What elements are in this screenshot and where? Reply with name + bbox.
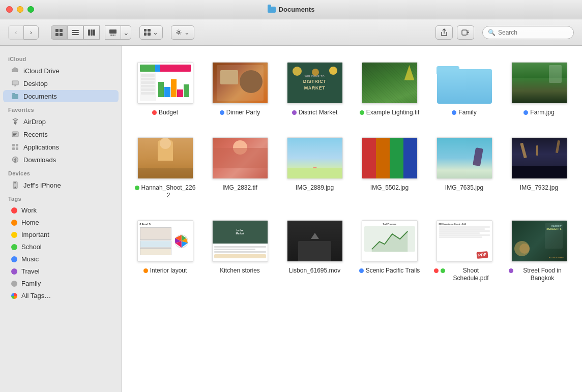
- file-item-street-food[interactable]: RAINBOW HIGHLIGHTS Author name Street Fo…: [504, 214, 574, 287]
- desktop-icon: [11, 79, 19, 87]
- sidebar-item-downloads[interactable]: Downloads: [3, 154, 119, 166]
- music-tag-dot: [11, 256, 17, 262]
- svg-rect-20: [12, 81, 18, 85]
- file-item-dinner-party[interactable]: Dinner Party: [205, 56, 275, 121]
- tag-button[interactable]: [457, 25, 474, 40]
- forward-button[interactable]: ›: [23, 25, 39, 40]
- file-item-img2832[interactable]: IMG_2832.tif: [205, 131, 275, 204]
- main-layout: iCloud iCloud Drive Desktop: [0, 46, 582, 392]
- search-icon: 🔍: [488, 29, 496, 36]
- sidebar-item-music[interactable]: Music: [3, 253, 119, 265]
- family-tag-dot: [11, 281, 17, 287]
- svg-rect-9: [93, 29, 95, 36]
- svg-rect-7: [88, 29, 90, 36]
- family-folder-tag: [452, 110, 456, 115]
- sidebar-item-airdrop[interactable]: AirDrop: [3, 115, 119, 128]
- file-item-img7932[interactable]: IMG_7932.jpg: [504, 131, 574, 204]
- sidebar-label-all-tags: All Tags…: [21, 292, 51, 299]
- sidebar-label-recents: Recents: [23, 131, 48, 138]
- sidebar-label-applications: Applications: [23, 143, 59, 151]
- settings-button[interactable]: ⌄: [171, 25, 194, 40]
- sidebar-item-icloud-drive[interactable]: iCloud Drive: [3, 65, 119, 77]
- search-box[interactable]: 🔍: [482, 26, 574, 39]
- example-tag: [360, 110, 364, 115]
- sidebar-item-all-tags[interactable]: All Tags…: [3, 290, 119, 301]
- sidebar-item-work[interactable]: Work: [3, 204, 119, 216]
- sidebar-item-school[interactable]: School: [3, 241, 119, 253]
- sidebar: iCloud iCloud Drive Desktop: [0, 46, 122, 392]
- sidebar-label-documents: Documents: [23, 93, 57, 100]
- sidebar-label-music: Music: [21, 255, 39, 263]
- view-controls: [51, 25, 100, 40]
- documents-icon: [11, 92, 19, 100]
- file-name-img2889: IMG_2889.jpg: [296, 184, 334, 192]
- svg-rect-3: [60, 33, 63, 36]
- sidebar-item-important[interactable]: Important: [3, 229, 119, 240]
- gallery-view-button[interactable]: [105, 25, 121, 40]
- file-name-hannah: Hannah_Shoot_2262: [135, 184, 196, 200]
- file-item-shoot-schedule[interactable]: MX Experiment Oracle - 14.1 PDF: [429, 214, 499, 287]
- file-name-img5502: IMG_5502.jpg: [370, 184, 409, 192]
- file-item-kitchen[interactable]: In theMarket Kitchen stories: [205, 214, 275, 287]
- iphone-icon: [11, 181, 19, 189]
- file-item-example-lighting[interactable]: Example Lighting.tif: [355, 56, 424, 121]
- work-tag-dot: [11, 207, 17, 214]
- sidebar-item-home[interactable]: Home: [3, 217, 119, 228]
- sidebar-item-iphone[interactable]: Jeff's iPhone: [3, 179, 119, 191]
- sidebar-item-recents[interactable]: Recents: [3, 128, 119, 140]
- airdrop-icon: [11, 117, 19, 126]
- search-input[interactable]: [498, 29, 568, 36]
- file-item-hannah[interactable]: Hannah_Shoot_2262: [130, 131, 200, 204]
- file-name-budget: Budget: [152, 109, 178, 117]
- maximize-button[interactable]: [27, 6, 34, 13]
- file-item-lisbon[interactable]: Lisbon_61695.mov: [280, 214, 350, 287]
- icon-view-button[interactable]: [51, 25, 67, 40]
- sidebar-section-favorites: Favorites: [0, 103, 122, 115]
- interior-tag: [143, 268, 148, 273]
- svg-rect-11: [110, 35, 112, 36]
- svg-rect-4: [72, 30, 79, 31]
- file-item-farm[interactable]: Farm.jpg: [504, 56, 574, 121]
- svg-point-23: [14, 122, 16, 124]
- file-item-img7635[interactable]: IMG_7635.jpg: [429, 131, 499, 204]
- file-item-img2889[interactable]: IMG_2889.jpg: [280, 131, 350, 204]
- file-name-street-food: Street Food in Bangkok: [509, 267, 570, 283]
- column-view-button[interactable]: [83, 25, 100, 40]
- file-name-img7635: IMG_7635.jpg: [445, 184, 483, 192]
- file-name-family: Family: [452, 109, 476, 117]
- svg-rect-10: [109, 29, 117, 34]
- share-button[interactable]: [435, 25, 453, 40]
- sidebar-label-home: Home: [21, 219, 39, 226]
- hannah-tag: [135, 186, 139, 190]
- file-item-interior[interactable]: 8 Food St.: [130, 214, 200, 287]
- gallery-dropdown[interactable]: ⌄: [121, 25, 131, 40]
- close-button[interactable]: [6, 6, 13, 13]
- dinner-tag: [220, 110, 224, 115]
- file-item-family-folder[interactable]: Family: [429, 56, 499, 121]
- file-item-budget[interactable]: Budget: [130, 56, 200, 121]
- file-item-district-market[interactable]: WELCOME TO DISTRICT MARKET: [280, 56, 350, 121]
- sidebar-label-icloud-drive: iCloud Drive: [23, 67, 60, 75]
- svg-rect-15: [148, 29, 151, 32]
- folder-body: [437, 69, 492, 104]
- svg-rect-21: [12, 94, 18, 99]
- file-name-dinner-party: Dinner Party: [220, 109, 260, 117]
- back-button[interactable]: ‹: [8, 25, 23, 40]
- file-name-scenic: Scenic Pacific Trails: [359, 267, 420, 275]
- arrange-button[interactable]: ⌄: [139, 25, 163, 40]
- icloud-drive-icon: [11, 67, 19, 75]
- sidebar-item-applications[interactable]: Applications: [3, 141, 119, 153]
- sidebar-item-desktop[interactable]: Desktop: [3, 77, 119, 89]
- svg-rect-31: [16, 147, 18, 150]
- minimize-button[interactable]: [17, 6, 23, 13]
- sidebar-item-travel[interactable]: Travel: [3, 265, 119, 277]
- sidebar-item-documents[interactable]: Documents: [3, 90, 119, 102]
- list-view-button[interactable]: [67, 25, 83, 40]
- svg-rect-30: [12, 147, 15, 150]
- file-item-img5502[interactable]: IMG_5502.jpg: [355, 131, 424, 204]
- sidebar-label-work: Work: [21, 206, 37, 214]
- content-area: Budget Dinner Party: [122, 46, 582, 392]
- file-item-scenic[interactable]: Trail Progress S: [355, 214, 424, 287]
- sidebar-item-family[interactable]: Family: [3, 278, 119, 289]
- sidebar-label-downloads: Downloads: [23, 156, 56, 164]
